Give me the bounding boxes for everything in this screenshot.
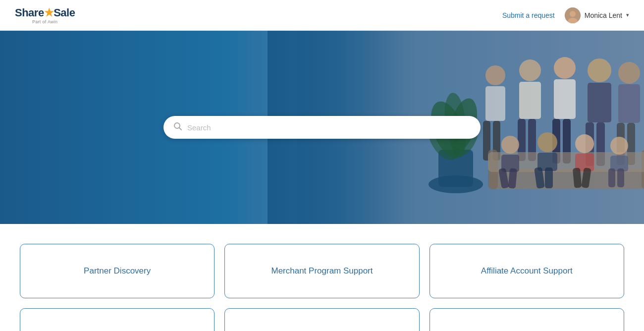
avatar — [565, 7, 581, 23]
card-affiliate-account-support[interactable]: Affiliate Account Support — [429, 244, 624, 298]
avatar-icon — [565, 7, 581, 23]
card-starting-merchant-program[interactable]: Starting a Merchant Program on ShareASal… — [224, 308, 419, 331]
logo[interactable]: Share★Sale Part of Awin — [15, 6, 75, 24]
search-icon — [173, 122, 182, 133]
search-input[interactable] — [187, 123, 471, 132]
logo-star: ★ — [44, 6, 54, 19]
chevron-down-icon: ▾ — [626, 12, 629, 18]
card-label-merchant-program-support: Merchant Program Support — [271, 265, 373, 277]
header-right: Submit a request Monica Lent ▾ — [502, 7, 629, 23]
user-menu[interactable]: Monica Lent ▾ — [565, 7, 629, 23]
cards-grid: Partner DiscoveryMerchant Program Suppor… — [20, 244, 624, 331]
submit-request-link[interactable]: Submit a request — [502, 11, 555, 19]
card-merchant-program-support[interactable]: Merchant Program Support — [224, 244, 419, 298]
card-technical-services[interactable]: Technical Services — [20, 308, 215, 331]
card-partner-discovery[interactable]: Partner Discovery — [20, 244, 215, 298]
search-box — [163, 116, 481, 139]
hero-banner — [0, 31, 644, 224]
cards-section: Partner DiscoveryMerchant Program Suppor… — [0, 224, 644, 331]
card-resources-guides[interactable]: Resources & Guides — [429, 308, 624, 331]
svg-point-1 — [570, 11, 576, 17]
logo-text: Share★Sale — [15, 6, 75, 19]
svg-line-57 — [179, 128, 182, 130]
header: Share★Sale Part of Awin Submit a request… — [0, 0, 644, 31]
card-label-affiliate-account-support: Affiliate Account Support — [481, 265, 573, 277]
logo-subtitle: Part of Awin — [32, 19, 57, 24]
card-label-partner-discovery: Partner Discovery — [84, 265, 151, 277]
user-name-label: Monica Lent — [585, 11, 622, 19]
search-container — [163, 116, 481, 139]
